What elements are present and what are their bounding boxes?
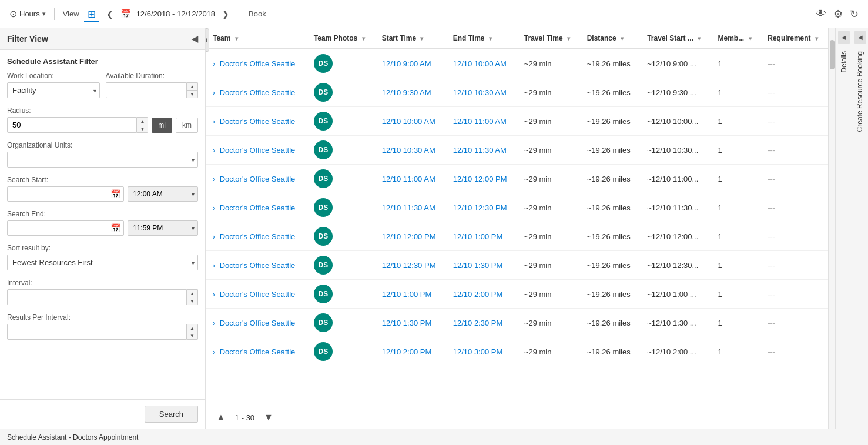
duration-increment-button[interactable]: ▲: [187, 82, 198, 90]
org-units-field: Organizational Units: ▾: [7, 141, 198, 168]
cell-requirement: ---: [760, 251, 828, 280]
search-button[interactable]: Search: [145, 406, 198, 423]
row-expand-button[interactable]: ›: [213, 233, 215, 241]
filter-collapse-icon[interactable]: ◀: [192, 34, 198, 44]
scroll-thumb[interactable]: [830, 40, 835, 69]
search-end-time-select[interactable]: 11:59 PM 11:30 PM 11:00 PM: [128, 220, 198, 236]
interval-input[interactable]: 30 minutes: [7, 289, 187, 305]
table-row[interactable]: › Doctor's Office Seattle DS 12/10 9:00 …: [206, 49, 828, 78]
cell-start-time: 12/10 9:30 AM: [375, 78, 446, 107]
available-duration-label: Available Duration:: [106, 72, 199, 80]
team-name: Doctor's Office Seattle: [220, 117, 296, 126]
row-expand-button[interactable]: ›: [213, 319, 215, 327]
results-increment-button[interactable]: ▲: [187, 324, 198, 332]
table-row[interactable]: › Doctor's Office Seattle DS 12/10 1:00 …: [206, 280, 828, 309]
interval-increment-button[interactable]: ▲: [187, 289, 198, 297]
search-end-calendar-icon[interactable]: 📅: [110, 223, 120, 233]
row-expand-button[interactable]: ›: [213, 146, 215, 155]
eye-icon[interactable]: 👁: [816, 8, 826, 20]
hours-dropdown-icon[interactable]: ▾: [42, 10, 46, 18]
cell-travel-start: ~12/10 12:00...: [640, 222, 711, 251]
results-decrement-button[interactable]: ▼: [187, 332, 198, 340]
vertical-scrollbar[interactable]: [828, 28, 835, 429]
cell-end-time: 12/10 11:00 AM: [446, 107, 517, 136]
results-per-interval-spinner: 1 ▲ ▼: [7, 324, 198, 340]
left-collapse-button[interactable]: ◀: [206, 28, 209, 52]
table-row[interactable]: › Doctor's Office Seattle DS 12/10 2:00 …: [206, 337, 828, 366]
table-row[interactable]: › Doctor's Office Seattle DS 12/10 1:30 …: [206, 309, 828, 337]
pagination-range: 1 - 30: [235, 413, 254, 422]
org-units-select[interactable]: [7, 152, 198, 168]
cell-travel-start: ~12/10 11:30...: [640, 193, 711, 222]
radius-increment-button[interactable]: ▲: [137, 117, 148, 125]
row-expand-button[interactable]: ›: [213, 348, 215, 356]
cell-team: › Doctor's Office Seattle: [206, 165, 307, 193]
cell-members: 1: [711, 280, 761, 309]
search-end-date-input[interactable]: 12/14/2018: [7, 220, 124, 236]
search-start-time-select[interactable]: 12:00 AM 12:30 AM 1:00 AM: [128, 186, 198, 202]
settings-icon[interactable]: ⚙: [833, 8, 843, 21]
table-row[interactable]: › Doctor's Office Seattle DS 12/10 11:00…: [206, 165, 828, 193]
pagination-up-button[interactable]: ▲: [213, 411, 229, 424]
search-start-calendar-icon[interactable]: 📅: [110, 189, 120, 199]
book-button[interactable]: Book: [249, 9, 266, 18]
table-row[interactable]: › Doctor's Office Seattle DS 12/10 12:00…: [206, 222, 828, 251]
col-start-time[interactable]: Start Time ▾: [375, 28, 446, 49]
cell-travel-start: ~12/10 1:30 ...: [640, 309, 711, 337]
row-expand-button[interactable]: ›: [213, 175, 215, 183]
row-expand-button[interactable]: ›: [213, 290, 215, 299]
table-row[interactable]: › Doctor's Office Seattle DS 12/10 10:00…: [206, 107, 828, 136]
cell-members: 1: [711, 165, 761, 193]
hours-label: Hours: [19, 9, 40, 18]
table-row[interactable]: › Doctor's Office Seattle DS 12/10 9:30 …: [206, 78, 828, 107]
refresh-icon[interactable]: ↻: [850, 8, 859, 21]
row-expand-button[interactable]: ›: [213, 60, 215, 68]
available-duration-input[interactable]: 1 hour: [106, 82, 187, 98]
sort-result-select[interactable]: Fewest Resources First Most Resources Fi…: [7, 255, 198, 270]
row-expand-button[interactable]: ›: [213, 118, 215, 126]
create-booking-label[interactable]: Create Resource Booking: [856, 46, 864, 136]
pagination-down-button[interactable]: ▼: [260, 411, 277, 424]
filter-header: Filter View ◀: [0, 28, 205, 50]
table-row[interactable]: › Doctor's Office Seattle DS 12/10 11:30…: [206, 193, 828, 222]
interval-decrement-button[interactable]: ▼: [187, 297, 198, 305]
pagination: ▲ 1 - 30 ▼: [206, 406, 828, 429]
cell-end-time: 12/10 12:00 PM: [446, 165, 517, 193]
team-avatar: DS: [314, 140, 333, 159]
col-team[interactable]: Team ▾: [206, 28, 307, 49]
create-booking-collapse-button[interactable]: ◀: [854, 31, 866, 44]
prev-date-button[interactable]: ❮: [104, 7, 116, 21]
details-side-panel: ◀ Details: [835, 28, 852, 429]
results-per-interval-input[interactable]: 1: [7, 324, 187, 340]
details-collapse-button[interactable]: ◀: [838, 31, 850, 44]
col-end-time[interactable]: End Time ▾: [446, 28, 517, 49]
cell-team-photos: DS: [307, 78, 375, 107]
radius-decrement-button[interactable]: ▼: [137, 125, 148, 133]
grid-view-button[interactable]: ⊞: [84, 6, 99, 22]
col-travel-time[interactable]: Travel Time ▾: [517, 28, 580, 49]
work-location-select[interactable]: Facility Onsite Remote: [7, 82, 100, 98]
unit-km-button[interactable]: km: [176, 118, 198, 133]
unit-mi-button[interactable]: mi: [152, 118, 172, 133]
col-travel-start[interactable]: Travel Start ... ▾: [640, 28, 711, 49]
cell-distance: ~19.26 miles: [580, 251, 641, 280]
col-members[interactable]: Memb... ▾: [711, 28, 761, 49]
search-start-date-input[interactable]: 12/10/2018: [7, 186, 124, 202]
view-label: View: [63, 9, 79, 18]
details-label[interactable]: Details: [840, 46, 848, 78]
col-requirement[interactable]: Requirement ▾: [760, 28, 828, 49]
col-team-photos[interactable]: Team Photos ▾: [307, 28, 375, 49]
filter-body: Schedule Assistant Filter Work Location:…: [0, 50, 205, 399]
row-expand-button[interactable]: ›: [213, 262, 215, 270]
table-row[interactable]: › Doctor's Office Seattle DS 12/10 10:30…: [206, 136, 828, 165]
cell-requirement: ---: [760, 309, 828, 337]
radius-input[interactable]: [7, 117, 137, 133]
col-distance[interactable]: Distance ▾: [580, 28, 641, 49]
table-row[interactable]: › Doctor's Office Seattle DS 12/10 12:30…: [206, 251, 828, 280]
team-avatar: DS: [314, 256, 333, 275]
next-date-button[interactable]: ❯: [220, 7, 232, 21]
row-expand-button[interactable]: ›: [213, 204, 215, 212]
row-expand-button[interactable]: ›: [213, 89, 215, 97]
duration-decrement-button[interactable]: ▼: [187, 90, 198, 98]
cell-team: › Doctor's Office Seattle: [206, 280, 307, 309]
